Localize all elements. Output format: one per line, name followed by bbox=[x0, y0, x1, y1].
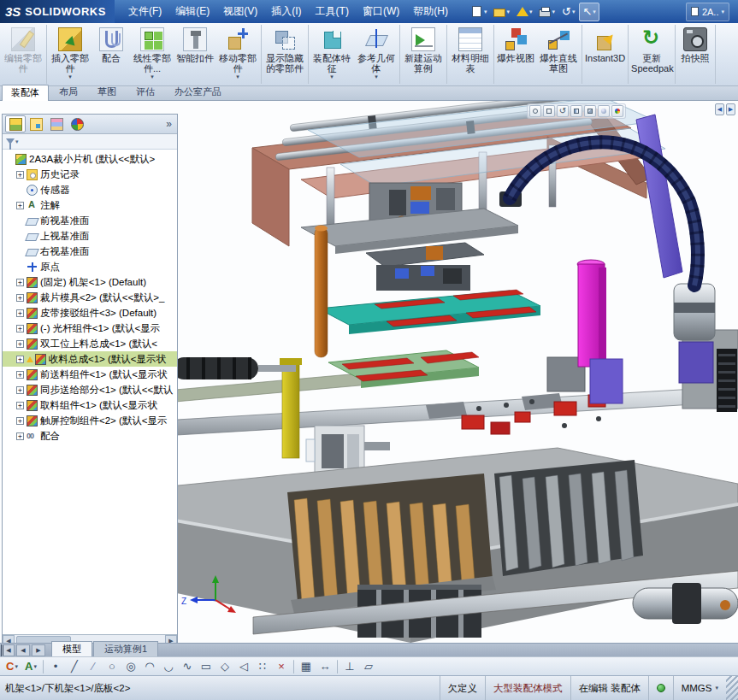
tree-item[interactable]: 触屏控制组件<2> (默认<显示 bbox=[3, 413, 177, 428]
menu-item[interactable]: 窗口(W) bbox=[356, 0, 406, 23]
display-style-icon[interactable] bbox=[598, 105, 610, 117]
expand-toggle-icon[interactable] bbox=[16, 340, 24, 348]
filter-funnel-icon[interactable] bbox=[6, 138, 15, 144]
tree-item[interactable]: 前送料组件<1> (默认<显示状 bbox=[3, 367, 177, 382]
command-tab[interactable]: 草图 bbox=[88, 84, 126, 100]
tree-item[interactable]: 历史记录 bbox=[3, 167, 177, 182]
expand-toggle-icon[interactable] bbox=[16, 356, 24, 363]
ribbon-button[interactable]: 智能扣件 ▾ bbox=[174, 25, 215, 84]
tangent-arc-button[interactable]: ◡ ▾ bbox=[160, 658, 177, 674]
point-button[interactable]: • ▾ bbox=[47, 658, 64, 674]
rectangle-button[interactable]: ▭ ▾ bbox=[198, 658, 215, 674]
ribbon-button[interactable]: 插入零部件 ▾ bbox=[48, 25, 92, 84]
expand-toggle-icon[interactable] bbox=[16, 325, 24, 332]
command-tab[interactable]: 布局 bbox=[50, 84, 87, 100]
first-tab-button[interactable]: ◀ bbox=[1, 644, 15, 656]
propertymanager-tab[interactable] bbox=[26, 115, 46, 132]
panel-overflow-button[interactable]: » bbox=[163, 118, 174, 130]
sketch-button[interactable]: C ▾ bbox=[3, 658, 21, 674]
tree-item[interactable]: 前视基准面 bbox=[3, 213, 177, 228]
line-button[interactable]: ╱ ▾ bbox=[66, 658, 83, 674]
tree-item[interactable]: 裁片模具<2> (默认<<默认>_ bbox=[3, 290, 177, 305]
spline-button[interactable]: ∿ ▾ bbox=[179, 658, 196, 674]
ribbon-button[interactable]: 材料明细表 ▾ bbox=[448, 25, 493, 84]
previous-view-icon[interactable] bbox=[557, 105, 569, 117]
section-view-icon[interactable] bbox=[570, 105, 582, 117]
ribbon-button[interactable]: 拍快照 ▾ bbox=[676, 25, 714, 84]
command-tab[interactable]: 办公室产品 bbox=[165, 84, 231, 100]
expand-toggle-icon[interactable] bbox=[16, 402, 24, 409]
command-tab[interactable]: 评估 bbox=[127, 84, 164, 100]
ribbon-button[interactable]: 爆炸直线草图 ▾ bbox=[536, 25, 581, 84]
ribbon-button[interactable]: 新建运动算例 ▾ bbox=[401, 25, 446, 84]
expand-toggle-icon[interactable] bbox=[16, 279, 24, 286]
filter-chevron-icon[interactable]: ▾ bbox=[15, 138, 19, 145]
quick-button[interactable]: ▾ bbox=[536, 3, 558, 21]
menu-item[interactable]: 文件(F) bbox=[121, 0, 168, 23]
next-tab-button[interactable]: ▶ bbox=[32, 644, 45, 656]
ribbon-button[interactable]: 更新Speedpak ▾ bbox=[629, 25, 674, 84]
tree-item[interactable]: 皮带接驳组件<3> (Default) bbox=[3, 305, 177, 321]
menu-item[interactable]: 帮助(H) bbox=[406, 0, 455, 23]
unit-system-selector[interactable]: MMGS ▾ bbox=[673, 676, 726, 700]
tree-item[interactable]: 取料组件<1> (默认<显示状 bbox=[3, 397, 177, 413]
smart-dimension-button[interactable]: ↔ ▾ bbox=[316, 658, 334, 674]
trim-entities-button[interactable]: × ▾ bbox=[273, 658, 290, 674]
tree-item[interactable]: (固定) 机架<1> (Default) bbox=[3, 274, 177, 290]
prev-tab-button[interactable]: ◀ bbox=[16, 644, 30, 656]
tree-item[interactable]: 注解 bbox=[3, 197, 177, 213]
expand-toggle-icon[interactable] bbox=[16, 171, 24, 179]
tree-item[interactable]: 上视基准面 bbox=[3, 228, 177, 244]
expand-toggle-icon[interactable] bbox=[16, 417, 24, 425]
ribbon-button[interactable]: 编辑零部件 ▾ bbox=[1, 25, 45, 84]
centerpoint-arc-button[interactable]: ◠ ▾ bbox=[141, 658, 158, 674]
expand-toggle-icon[interactable] bbox=[16, 371, 24, 379]
view-orientation-icon[interactable] bbox=[584, 105, 596, 117]
circle-button[interactable]: ○ ▾ bbox=[103, 658, 121, 674]
ribbon-button[interactable]: 配合 ▾ bbox=[92, 25, 130, 84]
ribbon-button[interactable]: 装配体特征 ▾ bbox=[310, 25, 354, 84]
tree-item[interactable]: 双工位上料总成<1> (默认< bbox=[3, 336, 177, 351]
menu-item[interactable]: 工具(T) bbox=[309, 0, 356, 23]
menu-item[interactable]: 插入(I) bbox=[264, 0, 308, 23]
collapse-left-pane-button[interactable]: ◀ bbox=[715, 103, 724, 115]
ribbon-button[interactable]: 线性零部件... ▾ bbox=[130, 25, 174, 84]
expand-toggle-icon[interactable] bbox=[16, 202, 24, 209]
linear-sketch-pattern-button[interactable]: ∷ ▾ bbox=[254, 658, 271, 674]
configurationmanager-tab[interactable] bbox=[46, 115, 67, 132]
expand-toggle-icon[interactable] bbox=[16, 432, 24, 440]
expand-toggle-icon[interactable] bbox=[16, 294, 24, 302]
rapid-sketch-button[interactable]: ▱ ▾ bbox=[360, 658, 377, 674]
ribbon-button[interactable]: 显示隐藏的零部件 ▾ bbox=[263, 25, 307, 84]
ribbon-button[interactable]: 爆炸视图 ▾ bbox=[495, 25, 536, 84]
grid-snap-button[interactable]: ▦ ▾ bbox=[298, 658, 315, 674]
appearances-tab[interactable] bbox=[67, 115, 87, 132]
tree-item[interactable]: 2A3A裁小片机 (默认<<默认> bbox=[3, 151, 177, 167]
mirror-entities-button[interactable]: ◁ ▾ bbox=[235, 658, 252, 674]
centerline-button[interactable]: ∕ ▾ bbox=[85, 658, 102, 674]
quick-button[interactable]: ▾ bbox=[514, 3, 535, 21]
expand-toggle-icon[interactable] bbox=[16, 386, 24, 394]
tree-item[interactable]: 传感器 bbox=[3, 182, 177, 197]
perimeter-circle-button[interactable]: ◎ ▾ bbox=[122, 658, 139, 674]
model-tab[interactable]: 运动算例1 bbox=[93, 641, 158, 656]
ribbon-button[interactable]: 参考几何体 ▾ bbox=[354, 25, 399, 84]
note-button[interactable]: A ▾ bbox=[22, 658, 39, 674]
menu-item[interactable]: 编辑(E) bbox=[168, 0, 216, 23]
quick-button[interactable]: ↺ ▾ bbox=[559, 3, 577, 21]
polygon-button[interactable]: ◇ ▾ bbox=[216, 658, 233, 674]
appearances-icon[interactable] bbox=[611, 105, 623, 117]
expand-toggle-icon[interactable] bbox=[16, 309, 24, 317]
tree-item[interactable]: 同步送给部分<1> (默认<<默认 bbox=[3, 382, 177, 397]
tree-item[interactable]: 右视基准面 bbox=[3, 244, 177, 259]
zoom-area-icon[interactable] bbox=[543, 105, 555, 117]
tree-item[interactable]: 原点 bbox=[3, 259, 177, 274]
quick-button[interactable]: ▾ bbox=[491, 3, 512, 21]
quick-button[interactable]: ↖ ▾ bbox=[579, 3, 599, 21]
featuremanager-tab[interactable] bbox=[5, 115, 26, 132]
model-tab[interactable]: 模型 bbox=[51, 641, 92, 656]
menu-item[interactable]: 视图(V) bbox=[216, 0, 264, 23]
display-relations-button[interactable]: ⊥ ▾ bbox=[341, 658, 358, 674]
tree-item[interactable]: 收料总成<1> (默认<显示状 bbox=[3, 351, 177, 367]
document-switcher[interactable]: 2A.. ▾ bbox=[686, 3, 729, 21]
